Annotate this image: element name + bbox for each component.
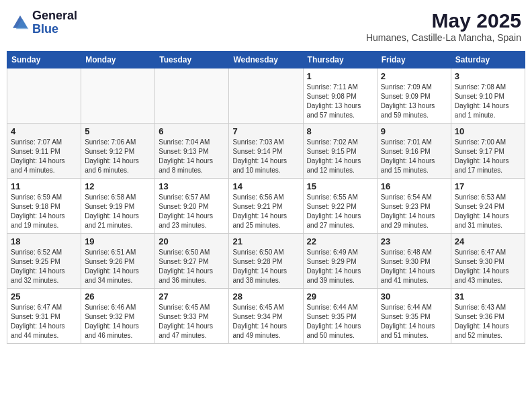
- header-friday: Friday: [377, 52, 451, 68]
- day-number: 16: [381, 181, 447, 191]
- day-info: Sunrise: 6:56 AM Sunset: 9:21 PM Dayligh…: [232, 193, 299, 230]
- day-number: 9: [381, 126, 447, 136]
- calendar-cell: 27Sunrise: 6:45 AM Sunset: 9:33 PM Dayli…: [155, 289, 229, 344]
- calendar-table: SundayMondayTuesdayWednesdayThursdayFrid…: [7, 51, 525, 344]
- day-info: Sunrise: 6:44 AM Sunset: 9:35 PM Dayligh…: [307, 303, 373, 340]
- calendar-cell: 25Sunrise: 6:47 AM Sunset: 9:31 PM Dayli…: [7, 289, 81, 344]
- calendar-cell: 10Sunrise: 7:00 AM Sunset: 9:17 PM Dayli…: [451, 124, 525, 179]
- day-info: Sunrise: 6:52 AM Sunset: 9:25 PM Dayligh…: [11, 248, 77, 285]
- calendar-cell: [155, 68, 229, 124]
- day-info: Sunrise: 6:50 AM Sunset: 9:28 PM Dayligh…: [232, 248, 299, 285]
- day-number: 11: [11, 181, 77, 191]
- day-info: Sunrise: 6:45 AM Sunset: 9:33 PM Dayligh…: [159, 303, 225, 340]
- title-block: May 2025 Humanes, Castille-La Mancha, Sp…: [366, 9, 521, 43]
- day-info: Sunrise: 6:46 AM Sunset: 9:32 PM Dayligh…: [85, 303, 151, 340]
- day-number: 21: [232, 236, 299, 246]
- day-number: 7: [232, 126, 299, 136]
- calendar-cell: 31Sunrise: 6:43 AM Sunset: 9:36 PM Dayli…: [451, 289, 525, 344]
- day-info: Sunrise: 6:59 AM Sunset: 9:18 PM Dayligh…: [11, 193, 77, 230]
- logo-blue-text: Blue: [32, 22, 58, 36]
- day-number: 13: [159, 181, 225, 191]
- calendar-cell: 24Sunrise: 6:47 AM Sunset: 9:30 PM Dayli…: [451, 234, 525, 289]
- calendar-week-3: 11Sunrise: 6:59 AM Sunset: 9:18 PM Dayli…: [7, 179, 525, 234]
- day-info: Sunrise: 7:04 AM Sunset: 9:13 PM Dayligh…: [159, 138, 225, 175]
- calendar-cell: 3Sunrise: 7:08 AM Sunset: 9:10 PM Daylig…: [451, 68, 525, 124]
- page-header: General Blue May 2025 Humanes, Castille-…: [7, 7, 525, 46]
- calendar-week-4: 18Sunrise: 6:52 AM Sunset: 9:25 PM Dayli…: [7, 234, 525, 289]
- day-number: 18: [11, 236, 77, 246]
- calendar-cell: 9Sunrise: 7:01 AM Sunset: 9:16 PM Daylig…: [377, 124, 451, 179]
- day-info: Sunrise: 7:02 AM Sunset: 9:15 PM Dayligh…: [307, 138, 373, 175]
- day-number: 30: [381, 291, 447, 302]
- day-info: Sunrise: 6:55 AM Sunset: 9:22 PM Dayligh…: [307, 193, 373, 230]
- calendar-week-2: 4Sunrise: 7:07 AM Sunset: 9:11 PM Daylig…: [7, 124, 525, 179]
- day-info: Sunrise: 7:06 AM Sunset: 9:12 PM Dayligh…: [85, 138, 151, 175]
- day-number: 20: [159, 236, 225, 246]
- calendar-cell: 4Sunrise: 7:07 AM Sunset: 9:11 PM Daylig…: [7, 124, 81, 179]
- calendar-cell: 21Sunrise: 6:50 AM Sunset: 9:28 PM Dayli…: [229, 234, 303, 289]
- day-number: 23: [381, 236, 447, 246]
- day-info: Sunrise: 7:07 AM Sunset: 9:11 PM Dayligh…: [11, 138, 77, 175]
- day-number: 26: [85, 291, 151, 302]
- header-monday: Monday: [81, 52, 155, 68]
- day-number: 22: [307, 236, 373, 246]
- day-number: 28: [232, 291, 299, 302]
- day-number: 2: [381, 71, 447, 81]
- day-info: Sunrise: 7:08 AM Sunset: 9:10 PM Dayligh…: [455, 83, 521, 120]
- month-title: May 2025: [366, 9, 521, 32]
- calendar-cell: 16Sunrise: 6:54 AM Sunset: 9:23 PM Dayli…: [377, 179, 451, 234]
- calendar-cell: 20Sunrise: 6:50 AM Sunset: 9:27 PM Dayli…: [155, 234, 229, 289]
- day-info: Sunrise: 6:44 AM Sunset: 9:35 PM Dayligh…: [381, 303, 447, 340]
- header-sunday: Sunday: [7, 52, 81, 68]
- day-number: 25: [11, 291, 77, 302]
- calendar-cell: 29Sunrise: 6:44 AM Sunset: 9:35 PM Dayli…: [303, 289, 377, 344]
- calendar-cell: 5Sunrise: 7:06 AM Sunset: 9:12 PM Daylig…: [81, 124, 155, 179]
- calendar-cell: [81, 68, 155, 124]
- calendar-cell: 1Sunrise: 7:11 AM Sunset: 9:08 PM Daylig…: [303, 68, 377, 124]
- day-info: Sunrise: 7:03 AM Sunset: 9:14 PM Dayligh…: [232, 138, 299, 175]
- calendar-cell: 26Sunrise: 6:46 AM Sunset: 9:32 PM Dayli…: [81, 289, 155, 344]
- calendar-cell: 23Sunrise: 6:48 AM Sunset: 9:30 PM Dayli…: [377, 234, 451, 289]
- day-number: 12: [85, 181, 151, 191]
- calendar-cell: 22Sunrise: 6:49 AM Sunset: 9:29 PM Dayli…: [303, 234, 377, 289]
- day-number: 15: [307, 181, 373, 191]
- day-number: 3: [455, 71, 521, 81]
- calendar-cell: 8Sunrise: 7:02 AM Sunset: 9:15 PM Daylig…: [303, 124, 377, 179]
- day-info: Sunrise: 7:09 AM Sunset: 9:09 PM Dayligh…: [381, 83, 447, 120]
- calendar-cell: [7, 68, 81, 124]
- day-info: Sunrise: 6:49 AM Sunset: 9:29 PM Dayligh…: [307, 248, 373, 285]
- day-number: 29: [307, 291, 373, 302]
- day-number: 10: [455, 126, 521, 136]
- day-number: 24: [455, 236, 521, 246]
- day-number: 27: [159, 291, 225, 302]
- day-info: Sunrise: 7:00 AM Sunset: 9:17 PM Dayligh…: [455, 138, 521, 175]
- calendar-cell: [229, 68, 303, 124]
- day-info: Sunrise: 6:58 AM Sunset: 9:19 PM Dayligh…: [85, 193, 151, 230]
- day-info: Sunrise: 6:43 AM Sunset: 9:36 PM Dayligh…: [455, 303, 521, 340]
- day-number: 17: [455, 181, 521, 191]
- day-number: 6: [159, 126, 225, 136]
- days-header-row: SundayMondayTuesdayWednesdayThursdayFrid…: [7, 52, 525, 68]
- day-info: Sunrise: 6:48 AM Sunset: 9:30 PM Dayligh…: [381, 248, 447, 285]
- day-info: Sunrise: 6:54 AM Sunset: 9:23 PM Dayligh…: [381, 193, 447, 230]
- day-number: 19: [85, 236, 151, 246]
- header-thursday: Thursday: [303, 52, 377, 68]
- day-info: Sunrise: 6:47 AM Sunset: 9:31 PM Dayligh…: [11, 303, 77, 340]
- calendar-week-5: 25Sunrise: 6:47 AM Sunset: 9:31 PM Dayli…: [7, 289, 525, 344]
- day-number: 31: [455, 291, 521, 302]
- logo-icon: [11, 13, 30, 32]
- calendar-cell: 2Sunrise: 7:09 AM Sunset: 9:09 PM Daylig…: [377, 68, 451, 124]
- day-number: 8: [307, 126, 373, 136]
- calendar-cell: 11Sunrise: 6:59 AM Sunset: 9:18 PM Dayli…: [7, 179, 81, 234]
- day-number: 1: [307, 71, 373, 81]
- day-info: Sunrise: 6:47 AM Sunset: 9:30 PM Dayligh…: [455, 248, 521, 285]
- header-saturday: Saturday: [451, 52, 525, 68]
- calendar-cell: 19Sunrise: 6:51 AM Sunset: 9:26 PM Dayli…: [81, 234, 155, 289]
- day-info: Sunrise: 7:11 AM Sunset: 9:08 PM Dayligh…: [307, 83, 373, 120]
- day-info: Sunrise: 6:50 AM Sunset: 9:27 PM Dayligh…: [159, 248, 225, 285]
- day-info: Sunrise: 6:57 AM Sunset: 9:20 PM Dayligh…: [159, 193, 225, 230]
- calendar-cell: 30Sunrise: 6:44 AM Sunset: 9:35 PM Dayli…: [377, 289, 451, 344]
- logo: General Blue: [11, 9, 77, 36]
- day-number: 5: [85, 126, 151, 136]
- logo-general-text: General: [32, 9, 77, 22]
